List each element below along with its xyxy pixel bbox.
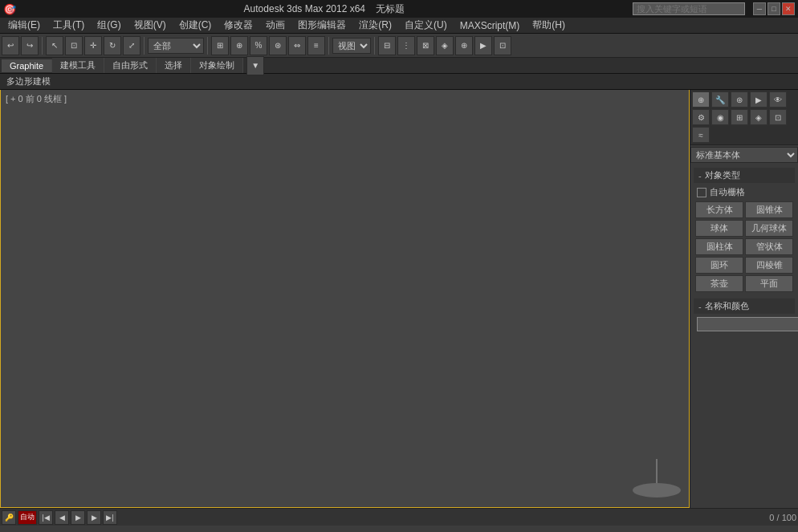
display-tab-btn[interactable]: 👁 bbox=[769, 91, 787, 108]
prev-frame-button[interactable]: |◀ bbox=[39, 510, 53, 525]
material-editor-button[interactable]: ◈ bbox=[436, 36, 454, 55]
snap-toggle-button[interactable]: ⊞ bbox=[211, 36, 229, 55]
auto-grid-label: 自动栅格 bbox=[710, 186, 745, 198]
menu-animation[interactable]: 动画 bbox=[259, 17, 291, 34]
menu-modifiers[interactable]: 修改器 bbox=[218, 17, 259, 34]
torus-button[interactable]: 圆环 bbox=[695, 257, 743, 274]
name-color-header: - 名称和颜色 bbox=[694, 298, 795, 314]
panel-icon2[interactable]: ⊞ bbox=[731, 109, 748, 125]
poly-modeling-label: 多边形建模 bbox=[3, 74, 54, 89]
nav-line bbox=[656, 459, 658, 483]
panel-icon1[interactable]: ◉ bbox=[711, 109, 729, 125]
box-button[interactable]: 长方体 bbox=[695, 201, 743, 218]
auto-grid-row: 自动栅格 bbox=[694, 185, 795, 200]
render-setup-button[interactable]: ⊕ bbox=[455, 36, 473, 55]
geosphere-button[interactable]: 几何球体 bbox=[745, 220, 793, 237]
select-region-button[interactable]: ⊡ bbox=[65, 36, 83, 55]
sphere-button[interactable]: 球体 bbox=[695, 220, 743, 237]
restore-button[interactable]: □ bbox=[767, 2, 780, 15]
layer-button[interactable]: ⊟ bbox=[378, 36, 396, 55]
align-button[interactable]: ≡ bbox=[307, 36, 325, 55]
auto-key-button[interactable]: 自动 bbox=[18, 510, 37, 525]
redo-button[interactable]: ↪ bbox=[21, 36, 39, 55]
move-button[interactable]: ✛ bbox=[84, 36, 102, 55]
auto-grid-checkbox[interactable] bbox=[697, 188, 706, 197]
search-input[interactable] bbox=[633, 2, 745, 15]
std-primitives-select[interactable]: 标准基本体 bbox=[690, 147, 798, 163]
modify-tab-btn[interactable]: 🔧 bbox=[711, 91, 729, 108]
next-frame-button[interactable]: ▶| bbox=[103, 510, 117, 525]
panel-icon5[interactable]: ≈ bbox=[692, 127, 710, 143]
cone-button[interactable]: 圆锥体 bbox=[745, 201, 793, 218]
hierarchy-tab-btn[interactable]: ⊛ bbox=[731, 91, 748, 108]
modeling-tools-tab[interactable]: 建模工具 bbox=[52, 58, 104, 73]
freeform-tab[interactable]: 自由形式 bbox=[104, 58, 157, 73]
scale-button[interactable]: ⤢ bbox=[123, 36, 140, 55]
window-controls[interactable]: ─ □ ✕ bbox=[633, 2, 795, 15]
create-tab-btn[interactable]: ⊕ bbox=[692, 91, 710, 108]
app-title: Autodesk 3ds Max 2012 x64 无标题 bbox=[16, 2, 633, 16]
render-frame-button[interactable]: ⊡ bbox=[494, 36, 511, 55]
undo-button[interactable]: ↩ bbox=[2, 36, 19, 55]
panel-icon3[interactable]: ◈ bbox=[750, 109, 767, 125]
render-button[interactable]: ▶ bbox=[474, 36, 492, 55]
separator bbox=[42, 37, 43, 55]
select-tab[interactable]: 选择 bbox=[157, 58, 191, 73]
name-color-label: 名称和颜色 bbox=[705, 300, 749, 312]
graphite-bar: Graphite 建模工具 自由形式 选择 对象绘制 ▼ bbox=[0, 58, 798, 74]
menu-tools[interactable]: 工具(T) bbox=[47, 17, 91, 34]
object-type-grid: 长方体 圆锥体 球体 几何球体 圆柱体 管状体 圆环 四棱锥 茶壶 平面 bbox=[694, 200, 795, 294]
utilities-tab-btn[interactable]: ⚙ bbox=[692, 109, 710, 125]
viewport[interactable]: [ + 0 前 0 线框 ] bbox=[0, 90, 690, 508]
plane-button[interactable]: 平面 bbox=[745, 275, 793, 292]
separator3 bbox=[207, 37, 208, 55]
separator2 bbox=[144, 37, 145, 55]
graphite-dropdown-button[interactable]: ▼ bbox=[246, 56, 264, 75]
bottom-toolbar: 🔑 自动 |◀ ◀ ▶ ▶ ▶| 0 / 100 bbox=[0, 508, 798, 526]
teapot-button[interactable]: 茶壶 bbox=[695, 275, 743, 292]
menu-group[interactable]: 组(G) bbox=[91, 17, 127, 34]
app-icon: 🎯 bbox=[3, 3, 16, 15]
spinner-snap-button[interactable]: ⊛ bbox=[269, 36, 287, 55]
mirror-button[interactable]: ⇔ bbox=[288, 36, 306, 55]
panel-icon4[interactable]: ⊡ bbox=[769, 109, 787, 125]
viewport-label: [ + 0 前 0 线框 ] bbox=[6, 93, 67, 105]
menu-edit[interactable]: 编辑(E) bbox=[2, 17, 47, 34]
pyramid-button[interactable]: 四棱锥 bbox=[745, 257, 793, 274]
obj-paint-tab[interactable]: 对象绘制 bbox=[191, 58, 243, 73]
menu-bar: 编辑(E) 工具(T) 组(G) 视图(V) 创建(C) 修改器 动画 图形编辑… bbox=[0, 18, 798, 34]
menu-maxscript[interactable]: MAXScript(M) bbox=[454, 18, 527, 33]
minimize-button[interactable]: ─ bbox=[753, 2, 766, 15]
right-panel-tabs: ⊕ 🔧 ⊛ ▶ 👁 ⚙ ◉ ⊞ ◈ ⊡ ≈ bbox=[690, 90, 798, 145]
angle-snap-button[interactable]: ⊕ bbox=[230, 36, 248, 55]
play-button[interactable]: ▶ bbox=[71, 510, 85, 525]
main-toolbar: ↩ ↪ ↖ ⊡ ✛ ↻ ⤢ 全部 ⊞ ⊕ % ⊛ ⇔ ≡ 视图 ⊟ ⋮ ⊠ ◈ … bbox=[0, 34, 798, 58]
menu-customize[interactable]: 自定义(U) bbox=[398, 17, 454, 34]
object-name-input[interactable] bbox=[697, 317, 798, 331]
step-back-button[interactable]: ◀ bbox=[55, 510, 69, 525]
select-button[interactable]: ↖ bbox=[46, 36, 63, 55]
menu-view[interactable]: 视图(V) bbox=[128, 17, 173, 34]
viewport-nav-widget[interactable] bbox=[633, 459, 681, 499]
menu-render[interactable]: 渲染(R) bbox=[352, 17, 398, 34]
close-button[interactable]: ✕ bbox=[782, 2, 795, 15]
step-forward-button[interactable]: ▶ bbox=[87, 510, 101, 525]
collapse-icon2[interactable]: - bbox=[698, 302, 702, 311]
menu-help[interactable]: 帮助(H) bbox=[526, 17, 572, 34]
menu-graph-editor[interactable]: 图形编辑器 bbox=[291, 17, 352, 34]
track-view-button[interactable]: ⋮ bbox=[397, 36, 415, 55]
schematic-button[interactable]: ⊠ bbox=[417, 36, 434, 55]
percent-snap-button[interactable]: % bbox=[250, 36, 267, 55]
set-key-button[interactable]: 🔑 bbox=[2, 510, 16, 525]
frame-label: 0 / 100 bbox=[769, 513, 796, 522]
main-area: [ + 0 前 0 线框 ] ⊕ 🔧 ⊛ ▶ 👁 ⚙ ◉ ⊞ ◈ ⊡ ≈ 标准基… bbox=[0, 90, 798, 508]
cylinder-button[interactable]: 圆柱体 bbox=[695, 238, 743, 255]
view-select[interactable]: 视图 bbox=[332, 38, 371, 54]
tube-button[interactable]: 管状体 bbox=[745, 238, 793, 255]
graphite-tab[interactable]: Graphite bbox=[2, 59, 52, 72]
rotate-button[interactable]: ↻ bbox=[104, 36, 121, 55]
motion-tab-btn[interactable]: ▶ bbox=[750, 91, 767, 108]
collapse-icon[interactable]: - bbox=[698, 171, 702, 181]
menu-create[interactable]: 创建(C) bbox=[173, 17, 218, 34]
filter-select[interactable]: 全部 bbox=[148, 38, 204, 54]
